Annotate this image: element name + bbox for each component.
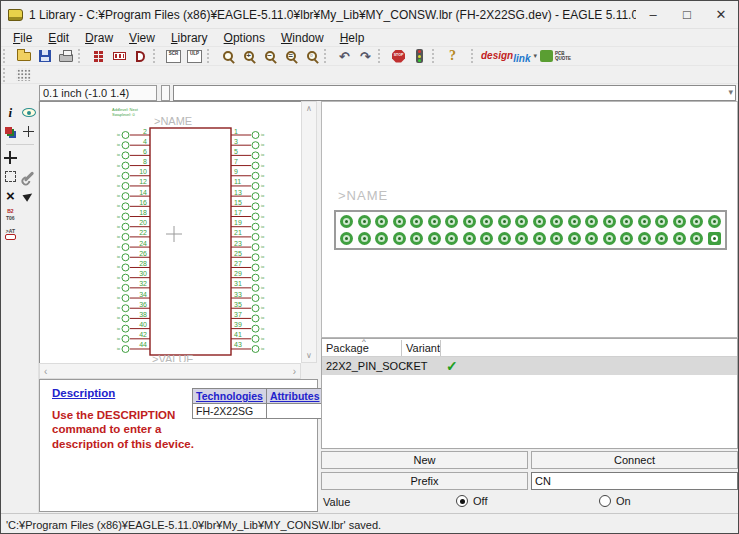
mark-button[interactable]: [20, 123, 37, 140]
pad[interactable]: [568, 215, 581, 228]
pad[interactable]: [410, 215, 423, 228]
menu-library[interactable]: Library: [163, 31, 216, 45]
pad[interactable]: [673, 215, 686, 228]
close-button[interactable]: ✕: [704, 2, 738, 28]
attribute-cell[interactable]: [266, 404, 323, 419]
pad[interactable]: [445, 215, 458, 228]
pad[interactable]: [515, 232, 528, 245]
value-on-radio[interactable]: [599, 495, 611, 507]
ulp-button[interactable]: ULP: [184, 47, 205, 65]
pad[interactable]: [533, 215, 546, 228]
symbol-hscrollbar[interactable]: ‹›: [39, 363, 301, 379]
chevron-down-icon[interactable]: ▾: [728, 87, 733, 97]
attributes-header[interactable]: Attributes: [266, 389, 323, 404]
info-button[interactable]: i: [2, 104, 19, 121]
value-off-radio[interactable]: [456, 495, 468, 507]
prefix-button[interactable]: Prefix: [321, 472, 528, 490]
symbol-vscrollbar[interactable]: ∧∨: [301, 101, 317, 363]
pad[interactable]: [550, 232, 563, 245]
move-button[interactable]: [2, 149, 19, 166]
command-input[interactable]: ▾: [173, 85, 736, 101]
pad[interactable]: [603, 232, 616, 245]
scroll-up-icon[interactable]: ∧: [306, 104, 312, 113]
pad[interactable]: [585, 215, 598, 228]
pad[interactable]: [340, 215, 353, 228]
gate-button[interactable]: [130, 47, 151, 65]
group-button[interactable]: [2, 168, 19, 185]
pad[interactable]: [620, 232, 633, 245]
pad[interactable]: [393, 215, 406, 228]
pad[interactable]: [463, 215, 476, 228]
pad[interactable]: [428, 232, 441, 245]
delete-button[interactable]: ×: [2, 187, 19, 204]
pad[interactable]: [515, 215, 528, 228]
pad[interactable]: [393, 232, 406, 245]
pad[interactable]: [375, 232, 388, 245]
pcb-quote-icon[interactable]: [540, 50, 553, 62]
grid-button[interactable]: [13, 66, 34, 84]
menu-help[interactable]: Help: [332, 31, 373, 45]
pad[interactable]: [463, 232, 476, 245]
minimize-button[interactable]: –: [636, 2, 670, 28]
help-button[interactable]: ?: [442, 47, 463, 65]
value-on-option[interactable]: On: [599, 495, 631, 507]
save-button[interactable]: [34, 47, 55, 65]
pad[interactable]: [410, 232, 423, 245]
attribute-button[interactable]: >AT: [2, 225, 19, 242]
symbol-pin-43[interactable]: 43io: [231, 341, 265, 352]
pad[interactable]: [620, 215, 633, 228]
show-button[interactable]: [20, 104, 37, 121]
pad[interactable]: [655, 215, 668, 228]
undo-button[interactable]: ↶: [334, 47, 355, 65]
symbol-editor-canvas[interactable]: >NAMEAddlevel: NextSwaplevel: 02io4io6io…: [39, 101, 301, 363]
menu-view[interactable]: View: [121, 31, 163, 45]
connect-button[interactable]: Connect: [531, 451, 738, 469]
package-button[interactable]: [109, 47, 130, 65]
pad[interactable]: [603, 215, 616, 228]
value-off-option[interactable]: Off: [456, 495, 487, 507]
pad[interactable]: [690, 232, 703, 245]
variant-column-header[interactable]: Variant: [406, 342, 440, 354]
change-button[interactable]: [20, 168, 37, 185]
print-button[interactable]: [55, 47, 76, 65]
zoom-in-button[interactable]: +: [238, 47, 259, 65]
scroll-down-icon[interactable]: ∨: [306, 351, 312, 360]
pad[interactable]: [498, 232, 511, 245]
design-link-logo[interactable]: design: [481, 51, 513, 61]
pad[interactable]: [673, 232, 686, 245]
pad[interactable]: [358, 232, 371, 245]
new-button[interactable]: New: [321, 451, 528, 469]
technology-button[interactable]: B2T06: [2, 206, 19, 223]
pad[interactable]: [655, 232, 668, 245]
pad[interactable]: [585, 232, 598, 245]
traffic-light-button[interactable]: [409, 47, 430, 65]
technology-cell[interactable]: FH-2X22SG: [193, 404, 267, 419]
pad[interactable]: [375, 215, 388, 228]
pad[interactable]: [480, 232, 493, 245]
pad[interactable]: [638, 232, 651, 245]
menu-options[interactable]: Options: [216, 31, 273, 45]
display-button[interactable]: [2, 123, 19, 140]
package-table-row[interactable]: 22X2_PIN_SOCKET '' ✓: [322, 357, 737, 375]
menu-file[interactable]: File: [5, 31, 40, 45]
pad[interactable]: [533, 232, 546, 245]
invoke-button[interactable]: [20, 187, 37, 204]
zoom-select-button[interactable]: ▫: [301, 47, 322, 65]
menu-edit[interactable]: Edit: [40, 31, 77, 45]
design-link-logo-part[interactable]: link: [513, 54, 530, 64]
description-link[interactable]: Description: [52, 388, 115, 400]
stop-button[interactable]: STOP: [388, 47, 409, 65]
pad[interactable]: [550, 215, 563, 228]
menu-draw[interactable]: Draw: [77, 31, 121, 45]
pad[interactable]: [428, 215, 441, 228]
redo-button[interactable]: ↷: [355, 47, 376, 65]
pad[interactable]: [480, 215, 493, 228]
menu-window[interactable]: Window: [273, 31, 332, 45]
zoom-fit-button[interactable]: [217, 47, 238, 65]
pad[interactable]: [445, 232, 458, 245]
pad[interactable]: [568, 232, 581, 245]
scroll-left-icon[interactable]: ‹: [44, 366, 47, 377]
zoom-out-button[interactable]: −: [259, 47, 280, 65]
symbol-pin-44[interactable]: 44io: [117, 341, 150, 352]
scroll-right-icon[interactable]: ›: [293, 366, 296, 377]
